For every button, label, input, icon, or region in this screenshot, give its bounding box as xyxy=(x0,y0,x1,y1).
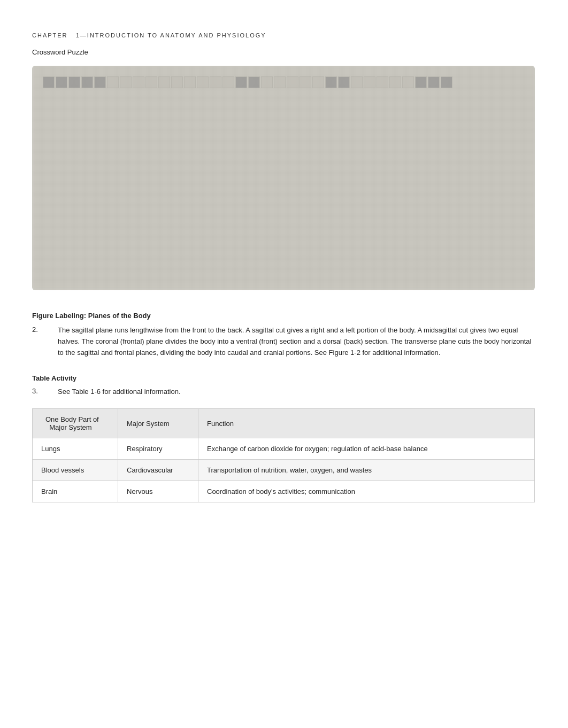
table-header-row: One Body Part of Major System Major Syst… xyxy=(33,409,535,438)
cell-function: Coordination of body's activities; commu… xyxy=(198,481,535,502)
body-systems-table: One Body Part of Major System Major Syst… xyxy=(32,408,535,502)
col-header-function: Function xyxy=(198,409,535,438)
table-activity-title: Table Activity xyxy=(32,374,536,382)
cell-major-system: Cardiovascular xyxy=(118,460,198,481)
crossword-puzzle-image xyxy=(32,66,535,290)
chapter-header: CHAPTER 1—INTRODUCTION TO ANATOMY AND PH… xyxy=(32,32,536,38)
figure-labeling-title: Figure Labeling: Planes of the Body xyxy=(32,312,536,320)
body-systems-table-section: One Body Part of Major System Major Syst… xyxy=(32,408,535,502)
chapter-dash: — xyxy=(80,32,87,38)
crossword-grid xyxy=(43,76,524,280)
figure-item-content: The sagittal plane runs lengthwise from … xyxy=(58,325,536,358)
chapter-subtitle: INTRODUCTION TO ANATOMY AND PHYSIOLOGY xyxy=(87,32,266,38)
chapter-number: 1 xyxy=(76,32,80,38)
table-row: Blood vesselsCardiovascularTransportatio… xyxy=(33,460,535,481)
table-row: BrainNervousCoordination of body's activ… xyxy=(33,481,535,502)
cell-body-part: Blood vessels xyxy=(33,460,118,481)
cell-major-system: Nervous xyxy=(118,481,198,502)
figure-labeling-item: 2. The sagittal plane runs lengthwise fr… xyxy=(32,325,536,358)
col-header-body-part: One Body Part of Major System xyxy=(33,409,118,438)
cell-body-part: Brain xyxy=(33,481,118,502)
cell-major-system: Respiratory xyxy=(118,438,198,460)
chapter-label: CHAPTER xyxy=(32,32,68,38)
crossword-section-title: Crossword Puzzle xyxy=(32,48,536,56)
cell-function: Exchange of carbon dioxide for oxygen; r… xyxy=(198,438,535,460)
figure-item-number: 2. xyxy=(32,325,58,358)
cell-body-part: Lungs xyxy=(33,438,118,460)
table-activity-content: See Table 1-6 for additional information… xyxy=(58,386,536,398)
table-row: LungsRespiratoryExchange of carbon dioxi… xyxy=(33,438,535,460)
col-header-major-system: Major System xyxy=(118,409,198,438)
table-activity-number: 3. xyxy=(32,386,58,398)
table-activity-item: 3. See Table 1-6 for additional informat… xyxy=(32,386,536,398)
cell-function: Transportation of nutrition, water, oxyg… xyxy=(198,460,535,481)
